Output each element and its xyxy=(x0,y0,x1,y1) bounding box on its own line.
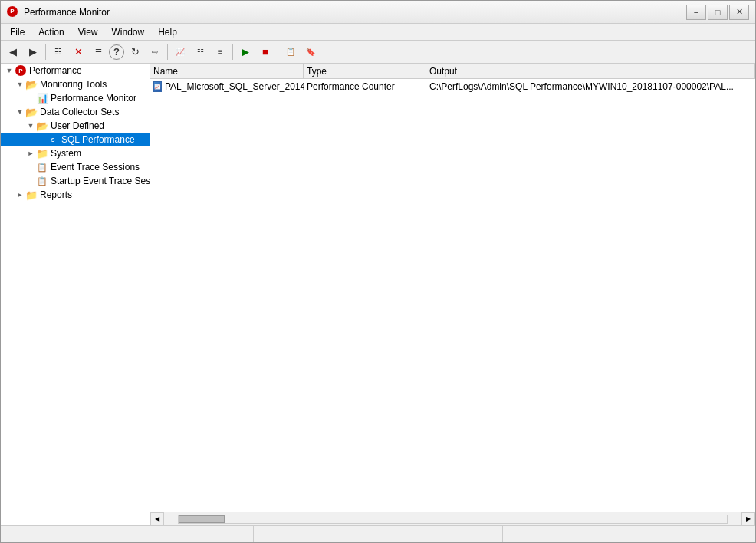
expander-startup-event-trace xyxy=(25,176,36,186)
toolbar-sep-4 xyxy=(278,44,278,60)
window-controls: − □ ✕ xyxy=(686,5,749,20)
menu-file[interactable]: File xyxy=(4,25,31,40)
main-content: ▼ P Performance ▼ 📂 Monitoring Tools 📊 xyxy=(1,64,755,525)
app-icon: P xyxy=(7,6,19,18)
main-window: P Performance Monitor − □ ✕ File Action … xyxy=(0,0,756,543)
label-monitoring-tools: Monitoring Tools xyxy=(40,79,107,90)
window-title: Performance Monitor xyxy=(24,7,110,18)
icon-system: 📁 xyxy=(36,147,48,160)
expander-data-collector-sets[interactable]: ▼ xyxy=(15,107,25,117)
icon-event-trace: 📋 xyxy=(36,161,48,173)
list-body: 📈 PAL_Microsoft_SQL_Server_2014 Performa… xyxy=(150,79,755,512)
copy-button[interactable]: 🔖 xyxy=(301,43,320,61)
minimize-button[interactable]: − xyxy=(686,5,706,20)
list-item-icon: 📈 xyxy=(153,81,162,92)
play-button[interactable]: ▶ xyxy=(236,43,255,61)
label-reports: Reports xyxy=(40,189,72,200)
scroll-right-button[interactable]: ▶ xyxy=(741,512,755,526)
tree-item-reports[interactable]: ► 📁 Reports xyxy=(1,188,150,202)
column-header-output[interactable]: Output xyxy=(426,64,755,78)
horizontal-scrollbar[interactable]: ◀ ▶ xyxy=(150,512,755,525)
label-startup-event-trace: Startup Event Trace Ses xyxy=(51,176,150,186)
folder-icon-reports: 📁 xyxy=(25,189,38,201)
expander-reports[interactable]: ► xyxy=(15,189,25,200)
label-user-defined: User Defined xyxy=(51,120,104,131)
label-performance: Performance xyxy=(29,65,82,76)
refresh-button[interactable]: ↻ xyxy=(126,43,144,61)
scroll-track[interactable] xyxy=(178,515,728,524)
title-bar-left: P Performance Monitor xyxy=(7,6,110,18)
menu-help[interactable]: Help xyxy=(152,25,183,40)
icon-data-collector-sets: 📂 xyxy=(25,106,38,118)
close-button[interactable]: ✕ xyxy=(729,5,749,20)
label-event-trace: Event Trace Sessions xyxy=(51,162,140,173)
tree-item-data-collector-sets[interactable]: ▼ 📂 Data Collector Sets xyxy=(1,105,150,119)
export-button[interactable]: ⇨ xyxy=(146,43,164,61)
expander-performance-monitor xyxy=(25,93,36,104)
scroll-thumb[interactable] xyxy=(179,515,225,523)
right-panel: Name Type Output 📈 PAL_Microsoft_SQL_Ser… xyxy=(150,64,755,525)
label-performance-monitor: Performance Monitor xyxy=(51,93,136,104)
histogram-button[interactable]: ☷ xyxy=(191,43,209,61)
icon-monitoring-tools: 📂 xyxy=(25,78,38,90)
expander-user-defined[interactable]: ▼ xyxy=(25,120,36,131)
folder-open-icon-3: 📂 xyxy=(36,120,48,132)
icon-performance: P xyxy=(15,64,27,77)
expander-monitoring-tools[interactable]: ▼ xyxy=(15,79,25,90)
report-button[interactable]: ≡ xyxy=(211,43,229,61)
icon-performance-monitor: 📊 xyxy=(36,92,48,104)
status-section-2 xyxy=(254,526,504,542)
stop-button[interactable]: ■ xyxy=(256,43,274,61)
icon-user-defined: 📂 xyxy=(36,120,48,132)
tree-item-performance[interactable]: ▼ P Performance xyxy=(1,64,150,77)
title-bar: P Performance Monitor − □ ✕ xyxy=(1,1,755,24)
menu-window[interactable]: Window xyxy=(106,25,151,40)
icon-sql-performance: S xyxy=(47,133,59,146)
sql-icon: S xyxy=(48,134,58,145)
list-row[interactable]: 📈 PAL_Microsoft_SQL_Server_2014 Performa… xyxy=(150,79,755,94)
tree-panel: ▼ P Performance ▼ 📂 Monitoring Tools 📊 xyxy=(1,64,150,525)
status-bar xyxy=(1,525,755,542)
cell-name: 📈 PAL_Microsoft_SQL_Server_2014 xyxy=(150,79,304,94)
show-hide-button[interactable]: ☷ xyxy=(49,43,67,61)
perf-circle-icon: P xyxy=(15,65,26,76)
properties-button[interactable]: ☰ xyxy=(89,43,107,61)
tree-item-sql-performance[interactable]: S SQL Performance xyxy=(1,133,150,146)
help-button[interactable]: ? xyxy=(109,44,124,60)
menu-view[interactable]: View xyxy=(72,25,104,40)
perf-icon: P xyxy=(7,6,18,17)
toolbar-sep-2 xyxy=(167,44,168,60)
delete-button[interactable]: ✕ xyxy=(69,43,87,61)
label-data-collector-sets: Data Collector Sets xyxy=(40,107,119,117)
menu-action[interactable]: Action xyxy=(32,25,70,40)
cell-output: C:\PerfLogs\Admin\SQL Performance\MYWIN1… xyxy=(426,79,755,94)
column-header-type[interactable]: Type xyxy=(304,64,426,78)
expander-system[interactable]: ► xyxy=(25,148,36,159)
list-header: Name Type Output xyxy=(150,64,755,79)
tree-item-monitoring-tools[interactable]: ▼ 📂 Monitoring Tools xyxy=(1,77,150,91)
status-section-1 xyxy=(4,526,254,542)
expander-event-trace xyxy=(25,162,36,173)
tree-item-user-defined[interactable]: ▼ 📂 User Defined xyxy=(1,119,150,133)
toolbar-sep-3 xyxy=(232,44,233,60)
column-header-name[interactable]: Name xyxy=(150,64,304,78)
cell-type: Performance Counter xyxy=(304,79,426,94)
status-section-3 xyxy=(503,526,752,542)
back-button[interactable]: ◀ xyxy=(4,43,22,61)
tree-item-startup-event-trace[interactable]: 📋 Startup Event Trace Ses xyxy=(1,174,150,188)
forward-button[interactable]: ▶ xyxy=(24,43,42,61)
toolbar-sep-1 xyxy=(45,44,46,60)
new-log-button[interactable]: 📋 xyxy=(281,43,300,61)
tree-item-performance-monitor[interactable]: 📊 Performance Monitor xyxy=(1,91,150,105)
graph-button[interactable]: 📈 xyxy=(171,43,189,61)
maximize-button[interactable]: □ xyxy=(708,5,728,20)
tree-item-system[interactable]: ► 📁 System xyxy=(1,146,150,160)
icon-startup-event-trace: 📋 xyxy=(36,175,48,187)
expander-performance[interactable]: ▼ xyxy=(4,65,15,76)
tree-item-event-trace[interactable]: 📋 Event Trace Sessions xyxy=(1,160,150,174)
menu-bar: File Action View Window Help xyxy=(1,24,755,41)
expander-sql-performance xyxy=(36,134,47,145)
scroll-left-button[interactable]: ◀ xyxy=(150,512,164,526)
label-sql-performance: SQL Performance xyxy=(61,134,135,145)
folder-open-icon: 📂 xyxy=(25,79,38,90)
